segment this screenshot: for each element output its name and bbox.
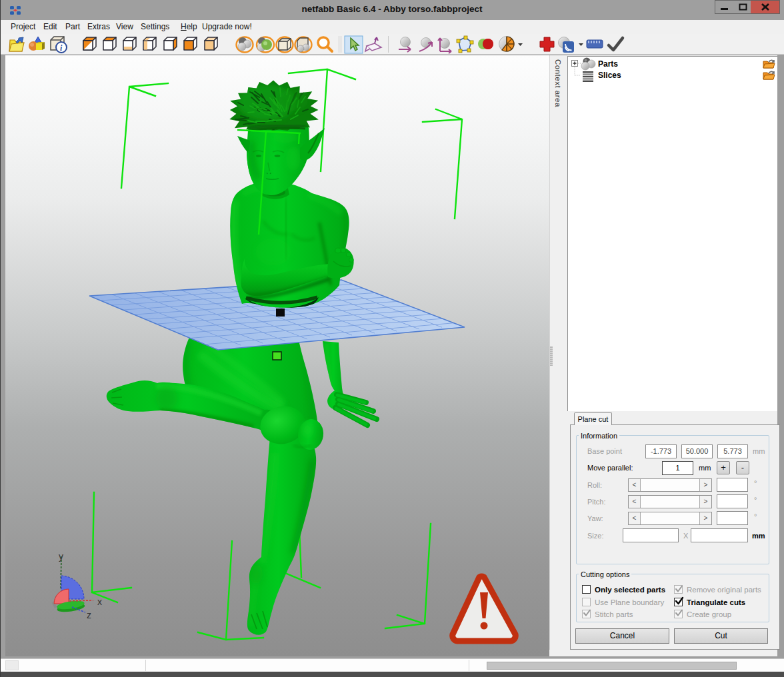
svg-text:x: x [97, 596, 102, 607]
svg-text:z: z [87, 610, 91, 620]
svg-text:y: y [59, 551, 63, 562]
